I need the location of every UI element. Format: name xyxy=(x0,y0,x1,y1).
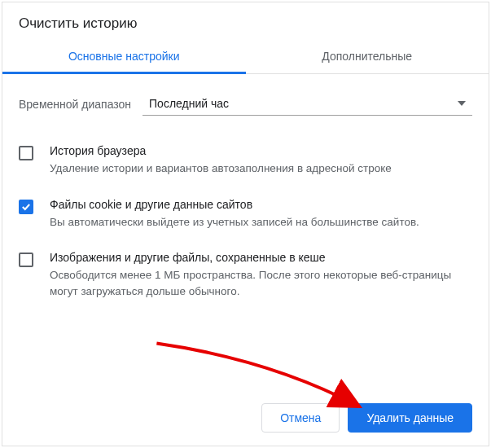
tab-basic[interactable]: Основные настройки xyxy=(2,43,246,73)
cancel-button[interactable]: Отмена xyxy=(261,403,340,433)
chevron-down-icon xyxy=(458,101,466,106)
checkbox-cache[interactable] xyxy=(19,253,33,267)
time-range-select[interactable]: Последний час xyxy=(142,92,472,116)
options-list: История браузера Удаление истории и вари… xyxy=(2,130,489,310)
item-title: Изображения и другие файлы, сохраненные … xyxy=(50,251,472,264)
dialog-actions: Отмена Удалить данные xyxy=(261,403,472,433)
item-title: История браузера xyxy=(50,144,472,157)
tabs: Основные настройки Дополнительные xyxy=(2,43,489,74)
checkbox-cookies[interactable] xyxy=(19,200,33,214)
item-text: Файлы cookie и другие данные сайтов Вы а… xyxy=(50,198,472,231)
checkbox-browser-history[interactable] xyxy=(19,146,33,160)
tab-advanced[interactable]: Дополнительные xyxy=(246,43,489,73)
time-range-label: Временной диапазон xyxy=(19,98,131,111)
delete-data-button[interactable]: Удалить данные xyxy=(348,403,472,433)
time-range-row: Временной диапазон Последний час xyxy=(2,74,489,130)
list-item: История браузера Удаление истории и вари… xyxy=(19,134,472,187)
clear-history-dialog: Очистить историю Основные настройки Допо… xyxy=(2,2,489,446)
item-text: История браузера Удаление истории и вари… xyxy=(50,144,472,177)
list-item: Изображения и другие файлы, сохраненные … xyxy=(19,240,472,310)
item-text: Изображения и другие файлы, сохраненные … xyxy=(50,251,472,299)
list-item: Файлы cookie и другие данные сайтов Вы а… xyxy=(19,187,472,241)
item-desc: Освободится менее 1 МБ пространства. Пос… xyxy=(50,267,472,299)
time-range-value: Последний час xyxy=(149,97,229,110)
checkmark-icon xyxy=(21,203,31,211)
item-title: Файлы cookie и другие данные сайтов xyxy=(50,198,472,211)
item-desc: Удаление истории и вариантов автозаполне… xyxy=(50,160,472,177)
dialog-title: Очистить историю xyxy=(2,2,489,43)
item-desc: Вы автоматически выйдете из учетных запи… xyxy=(50,214,472,231)
